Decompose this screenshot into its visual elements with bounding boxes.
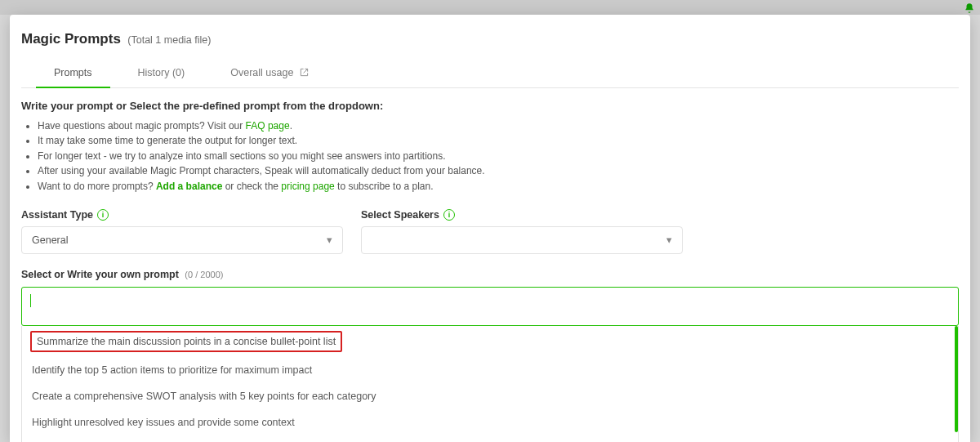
select-speakers-select[interactable]: ▾ [361,226,683,254]
prompt-suggestions-dropdown: Summarize the main discussion points in … [21,326,959,442]
prompt-counter: (0 / 2000) [185,270,223,279]
external-link-icon [300,68,309,79]
prompt-option[interactable]: Tell me what questions were asked [22,435,958,442]
info-icon[interactable]: i [97,209,109,221]
instructions-heading: Write your prompt or Select the pre-defi… [21,100,959,112]
tabs-bar: Prompts History (0) Overall usage [21,59,959,88]
select-speakers-label: Select Speakers i [361,209,683,221]
modal-subtitle: (Total 1 media file) [127,34,211,46]
instructions-list: Have questions about magic prompts? Visi… [21,118,959,194]
instruction-item: Want to do more prompts? Add a balance o… [38,179,959,194]
prompt-field-label: Select or Write your own prompt (0 / 200… [21,269,959,280]
tab-prompts[interactable]: Prompts [36,59,110,87]
assistant-type-value: General [32,234,68,246]
prompt-option[interactable]: Create a comprehensive SWOT analysis wit… [22,383,958,409]
dropdown-scrollbar[interactable] [955,326,958,432]
info-icon[interactable]: i [443,209,455,221]
instruction-item: It may take some time to generate the ou… [38,133,959,149]
magic-prompts-modal: Magic Prompts (Total 1 media file) Promp… [10,15,970,442]
assistant-type-label: Assistant Type i [21,209,343,221]
tab-overall-label: Overall usage [230,67,293,78]
instruction-item: Have questions about magic prompts? Visi… [38,118,959,134]
modal-header: Magic Prompts (Total 1 media file) [16,31,964,59]
tab-history[interactable]: History (0) [120,59,203,87]
assistant-type-select[interactable]: General ▾ [21,226,343,254]
chevron-down-icon: ▾ [327,234,332,246]
prompt-input[interactable] [21,287,959,326]
add-balance-link[interactable]: Add a balance [156,181,222,192]
instruction-item: After using your available Magic Prompt … [38,163,959,179]
instruction-item: For longer text - we try to analyze into… [38,149,959,164]
modal-title: Magic Prompts [21,31,121,47]
prompt-option-highlighted[interactable]: Summarize the main discussion points in … [30,331,342,352]
text-cursor [30,294,31,307]
faq-link[interactable]: FAQ page [246,120,290,132]
tab-overall-usage[interactable]: Overall usage [212,59,327,87]
pricing-link[interactable]: pricing page [281,181,334,192]
prompt-option[interactable]: Highlight unresolved key issues and prov… [22,409,958,435]
prompt-option[interactable]: Identify the top 5 action items to prior… [22,357,958,383]
backdrop-top-bar [0,0,980,15]
chevron-down-icon: ▾ [666,234,672,246]
